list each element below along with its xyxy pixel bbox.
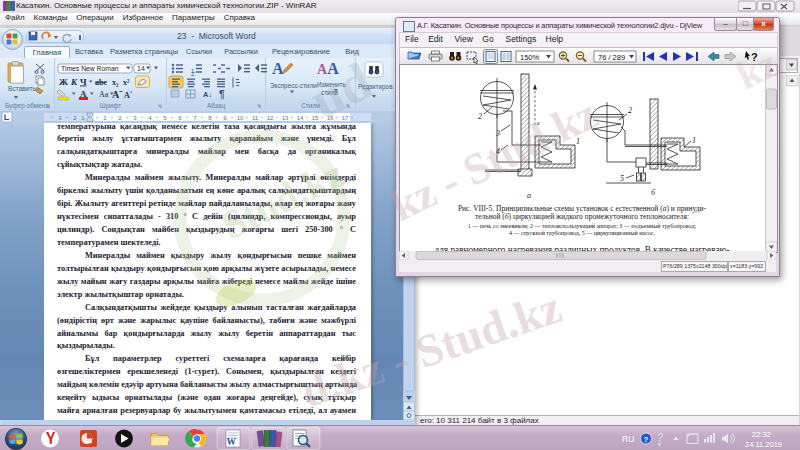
svg-text:1 — печь со змеевиком; 2 — те: 1 — печь со змеевиком; 2 — теплоиспользу… bbox=[468, 223, 697, 229]
svg-text:Ч: Ч bbox=[80, 77, 87, 87]
svg-text:9: 9 bbox=[223, 115, 227, 121]
svg-text:А: А bbox=[272, 60, 284, 77]
svg-text:17: 17 bbox=[342, 115, 349, 121]
svg-text:?: ? bbox=[644, 435, 649, 444]
svg-text:1: 1 bbox=[576, 137, 580, 146]
svg-text:15: 15 bbox=[312, 115, 319, 121]
svg-text:2: 2 bbox=[118, 115, 122, 121]
svg-text:1: 1 bbox=[103, 115, 107, 121]
svg-text:x²: x² bbox=[123, 78, 130, 87]
svg-text:5: 5 bbox=[163, 115, 167, 121]
svg-text:Times New Roman: Times New Roman bbox=[61, 65, 119, 72]
svg-text:12: 12 bbox=[267, 115, 274, 121]
svg-text:2: 2 bbox=[73, 115, 77, 121]
svg-text:22:32: 22:32 bbox=[752, 430, 771, 439]
svg-text:13: 13 bbox=[282, 115, 289, 121]
svg-text:в: в bbox=[537, 120, 540, 126]
svg-text:10: 10 bbox=[237, 115, 244, 121]
svg-text:150%: 150% bbox=[520, 53, 540, 62]
svg-text:14: 14 bbox=[297, 115, 304, 121]
svg-text:14: 14 bbox=[137, 65, 145, 72]
svg-text:2: 2 bbox=[478, 112, 482, 121]
svg-text:А↓: А↓ bbox=[203, 90, 212, 99]
svg-text:?: ? bbox=[751, 51, 758, 63]
svg-text:x₂: x₂ bbox=[112, 78, 119, 87]
svg-text:W: W bbox=[227, 437, 237, 447]
svg-text:Аˉ: Аˉ bbox=[112, 89, 123, 100]
svg-text:5: 5 bbox=[620, 174, 624, 183]
svg-text:1.2.: 1.2. bbox=[191, 68, 196, 77]
svg-text:RU: RU bbox=[622, 434, 634, 444]
svg-text:7: 7 bbox=[193, 115, 197, 121]
svg-text:76 / 289: 76 / 289 bbox=[598, 53, 625, 62]
svg-text:Экспресс-стили: Экспресс-стили bbox=[270, 82, 317, 90]
svg-text:К: К bbox=[70, 77, 78, 87]
svg-text:4 — спускной трубопровод, 5 —: 4 — спускной трубопровод, 5 — циркуляцио… bbox=[509, 230, 656, 236]
svg-text:Аˋ: Аˋ bbox=[124, 91, 133, 100]
svg-text:б: б bbox=[651, 188, 656, 197]
svg-text:11: 11 bbox=[252, 115, 259, 121]
svg-text:Редактиров.: Редактиров. bbox=[358, 83, 395, 91]
svg-text:8: 8 bbox=[208, 115, 212, 121]
svg-text:Изменить: Изменить bbox=[317, 81, 346, 88]
svg-text:Вставить: Вставить bbox=[8, 85, 37, 92]
svg-text:¶: ¶ bbox=[219, 89, 225, 100]
svg-text:abc: abc bbox=[95, 78, 107, 87]
svg-text:24.11.2019: 24.11.2019 bbox=[745, 440, 782, 449]
svg-text:1: 1 bbox=[81, 115, 85, 121]
svg-text:3: 3 bbox=[133, 115, 137, 121]
svg-text:3: 3 bbox=[58, 115, 62, 121]
svg-text:АА: АА bbox=[317, 60, 339, 77]
svg-text:2: 2 bbox=[628, 106, 632, 115]
svg-text:а: а bbox=[527, 191, 531, 200]
svg-text:4: 4 bbox=[148, 115, 152, 121]
svg-text:1: 1 bbox=[692, 136, 696, 145]
svg-text:Аа: Аа bbox=[99, 90, 109, 99]
svg-text:тельной (б) циркуляцией жидког: тельной (б) циркуляцией жидкого промежут… bbox=[475, 212, 689, 221]
svg-text:Ж: Ж bbox=[59, 77, 68, 87]
svg-text:6: 6 bbox=[178, 115, 182, 121]
svg-text:3: 3 bbox=[495, 129, 500, 138]
svg-text:4: 4 bbox=[496, 147, 500, 156]
svg-text:16: 16 bbox=[327, 115, 334, 121]
